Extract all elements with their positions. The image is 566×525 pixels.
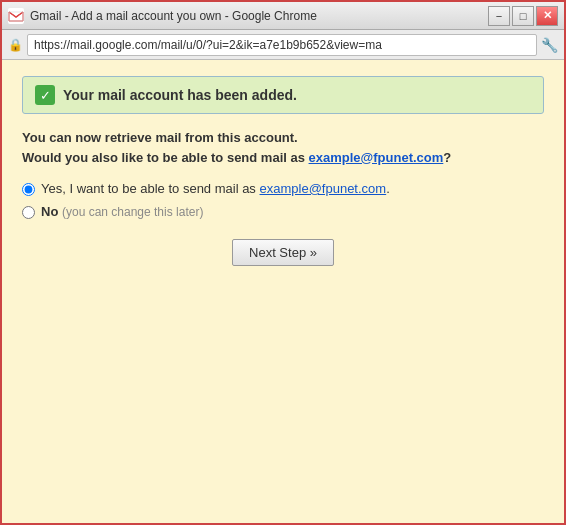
lock-icon: 🔒 — [8, 38, 23, 52]
description-email: example@fpunet.com — [309, 150, 444, 165]
window-title: Gmail - Add a mail account you own - Goo… — [30, 9, 317, 23]
description: You can now retrieve mail from this acco… — [22, 128, 544, 167]
radio-yes-option[interactable]: Yes, I want to be able to send mail as e… — [22, 181, 544, 196]
gmail-favicon — [8, 8, 24, 24]
radio-yes-email: example@fpunet.com — [260, 181, 387, 196]
success-banner: ✓ Your mail account has been added. — [22, 76, 544, 114]
radio-no-input[interactable] — [22, 206, 35, 219]
close-button[interactable]: ✕ — [536, 6, 558, 26]
radio-yes-label: Yes, I want to be able to send mail as e… — [41, 181, 390, 196]
page-content: ✓ Your mail account has been added. You … — [2, 60, 564, 523]
url-input[interactable] — [27, 34, 537, 56]
button-area: Next Step » — [22, 239, 544, 266]
success-text: Your mail account has been added. — [63, 87, 297, 103]
check-icon: ✓ — [35, 85, 55, 105]
radio-group: Yes, I want to be able to send mail as e… — [22, 181, 544, 219]
description-line1: You can now retrieve mail from this acco… — [22, 128, 544, 148]
next-step-button[interactable]: Next Step » — [232, 239, 334, 266]
radio-yes-input[interactable] — [22, 183, 35, 196]
description-line2: Would you also like to be able to send m… — [22, 148, 544, 168]
minimize-button[interactable]: − — [488, 6, 510, 26]
browser-window: Gmail - Add a mail account you own - Goo… — [0, 0, 566, 525]
radio-no-label: No (you can change this later) — [41, 204, 203, 219]
window-controls: − □ ✕ — [488, 6, 558, 26]
title-bar-left: Gmail - Add a mail account you own - Goo… — [8, 8, 317, 24]
title-bar: Gmail - Add a mail account you own - Goo… — [2, 2, 564, 30]
maximize-button[interactable]: □ — [512, 6, 534, 26]
radio-no-option[interactable]: No (you can change this later) — [22, 204, 544, 219]
address-bar: 🔒 🔧 — [2, 30, 564, 60]
security-icon: 🔧 — [541, 37, 558, 53]
